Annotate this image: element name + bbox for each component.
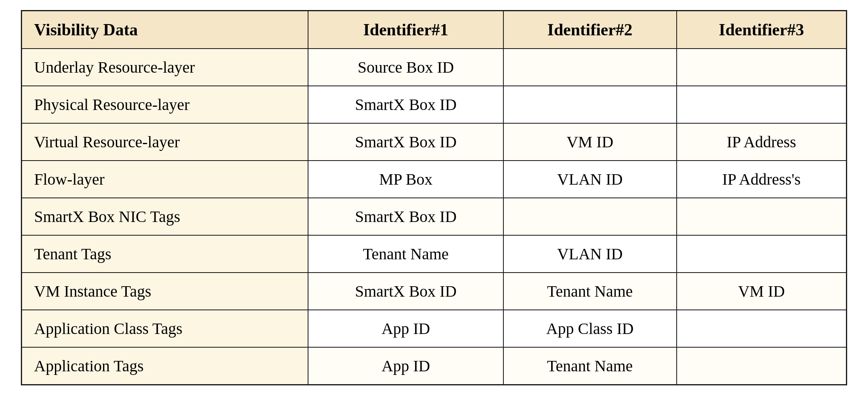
cell-row5-col1: Tenant Name xyxy=(308,235,503,273)
cell-row6-col0: VM Instance Tags xyxy=(22,273,308,310)
cell-row2-col1: SmartX Box ID xyxy=(308,123,503,161)
table-container: Visibility Data Identifier#1 Identifier#… xyxy=(13,2,855,393)
cell-row8-col1: App ID xyxy=(308,347,503,385)
table-row: Virtual Resource-layerSmartX Box IDVM ID… xyxy=(22,123,847,161)
header-id1: Identifier#1 xyxy=(308,10,503,49)
cell-row5-col3 xyxy=(677,235,847,273)
table-row: Tenant TagsTenant NameVLAN ID xyxy=(22,235,847,273)
cell-row1-col0: Physical Resource-layer xyxy=(22,86,308,123)
cell-row6-col2: Tenant Name xyxy=(503,273,677,310)
cell-row8-col2: Tenant Name xyxy=(503,347,677,385)
header-visibility: Visibility Data xyxy=(22,10,308,49)
cell-row0-col3 xyxy=(677,49,847,86)
cell-row7-col3 xyxy=(677,310,847,347)
table-row: Application TagsApp IDTenant Name xyxy=(22,347,847,385)
cell-row2-col3: IP Address xyxy=(677,123,847,161)
cell-row7-col0: Application Class Tags xyxy=(22,310,308,347)
cell-row5-col2: VLAN ID xyxy=(503,235,677,273)
table-row: Flow-layerMP BoxVLAN IDIP Address's xyxy=(22,161,847,198)
cell-row6-col1: SmartX Box ID xyxy=(308,273,503,310)
cell-row5-col0: Tenant Tags xyxy=(22,235,308,273)
cell-row3-col1: MP Box xyxy=(308,161,503,198)
visibility-data-table: Visibility Data Identifier#1 Identifier#… xyxy=(21,10,847,385)
cell-row3-col3: IP Address's xyxy=(677,161,847,198)
cell-row6-col3: VM ID xyxy=(677,273,847,310)
cell-row1-col3 xyxy=(677,86,847,123)
cell-row3-col2: VLAN ID xyxy=(503,161,677,198)
cell-row2-col0: Virtual Resource-layer xyxy=(22,123,308,161)
cell-row0-col0: Underlay Resource-layer xyxy=(22,49,308,86)
table-row: Physical Resource-layerSmartX Box ID xyxy=(22,86,847,123)
table-row: Underlay Resource-layerSource Box ID xyxy=(22,49,847,86)
cell-row0-col1: Source Box ID xyxy=(308,49,503,86)
cell-row2-col2: VM ID xyxy=(503,123,677,161)
cell-row8-col0: Application Tags xyxy=(22,347,308,385)
cell-row1-col1: SmartX Box ID xyxy=(308,86,503,123)
table-row: VM Instance TagsSmartX Box IDTenant Name… xyxy=(22,273,847,310)
cell-row1-col2 xyxy=(503,86,677,123)
cell-row8-col3 xyxy=(677,347,847,385)
cell-row4-col0: SmartX Box NIC Tags xyxy=(22,198,308,235)
cell-row0-col2 xyxy=(503,49,677,86)
cell-row3-col0: Flow-layer xyxy=(22,161,308,198)
cell-row4-col1: SmartX Box ID xyxy=(308,198,503,235)
cell-row4-col3 xyxy=(677,198,847,235)
cell-row7-col1: App ID xyxy=(308,310,503,347)
table-row: SmartX Box NIC TagsSmartX Box ID xyxy=(22,198,847,235)
cell-row7-col2: App Class ID xyxy=(503,310,677,347)
table-header-row: Visibility Data Identifier#1 Identifier#… xyxy=(22,10,847,49)
header-id2: Identifier#2 xyxy=(503,10,677,49)
header-id3: Identifier#3 xyxy=(677,10,847,49)
cell-row4-col2 xyxy=(503,198,677,235)
table-row: Application Class TagsApp IDApp Class ID xyxy=(22,310,847,347)
